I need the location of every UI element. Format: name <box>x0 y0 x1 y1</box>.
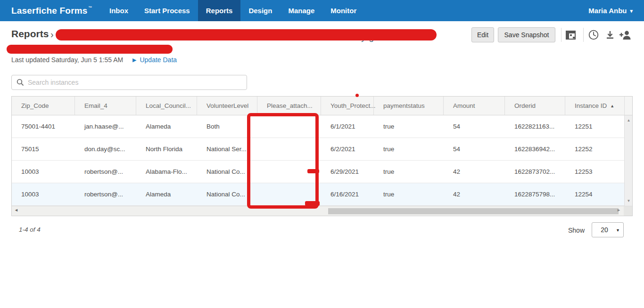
cell-youth-protect: 6/29/2021 <box>321 161 374 183</box>
column-header-volunteer-level[interactable]: VolunteerLevel <box>197 97 257 115</box>
horizontal-scrollbar-thumb[interactable] <box>328 208 619 214</box>
chevron-down-icon: ▾ <box>630 8 633 14</box>
scrollbar-corner <box>624 206 632 216</box>
cell-instance-id: 12253 <box>565 161 625 183</box>
search-input[interactable] <box>28 79 247 86</box>
table-row-highlighted[interactable]: 10003 robertson@... Alameda National Co.… <box>12 183 632 206</box>
scroll-down-icon[interactable]: ▼ <box>625 199 633 203</box>
brand-text: Laserfiche Forms <box>11 6 88 16</box>
cell-zip-code: 75001-4401 <box>12 115 75 138</box>
cell-email: don.day@sc... <box>75 138 136 160</box>
cell-amount: 54 <box>444 138 505 160</box>
cell-paymentstatus: true <box>374 115 444 138</box>
cell-local-council: Alameda <box>136 115 197 138</box>
cell-instance-id: 12251 <box>565 115 625 138</box>
cell-local-council: Alameda <box>136 183 197 205</box>
column-header-instance-id[interactable]: Instance ID ▲ <box>565 97 625 115</box>
cell-paymentstatus: true <box>374 138 444 160</box>
cell-please-attach <box>257 183 321 205</box>
top-navbar: Laserfiche Forms™ Inbox Start Process Re… <box>0 0 644 21</box>
column-header-youth-protect[interactable]: Youth_Protect... <box>321 97 374 115</box>
cell-paymentstatus: true <box>374 183 444 205</box>
column-header-amount[interactable]: Amount <box>444 97 505 115</box>
cell-instance-id: 12254 <box>565 183 625 205</box>
user-account-menu[interactable]: Maria Anbu ▾ <box>588 0 633 21</box>
edit-button[interactable]: Edit <box>471 27 494 42</box>
cell-email: robertson@... <box>75 183 136 205</box>
breadcrumb-chevron-icon: › <box>50 29 54 40</box>
magnifier-icon <box>17 79 24 86</box>
search-box <box>11 75 247 90</box>
cell-volunteer-level: National Ser... <box>197 138 257 160</box>
add-user-icon[interactable] <box>619 29 632 41</box>
cell-orderid: 1622875798... <box>505 183 565 205</box>
cell-email: jan.haase@... <box>75 115 136 138</box>
column-header-orderid[interactable]: Orderid <box>505 97 565 115</box>
result-range-text: 1-4 of 4 <box>19 226 41 233</box>
trademark-symbol: ™ <box>89 6 92 10</box>
cell-paymentstatus: true <box>374 161 444 183</box>
table-row[interactable]: 10003 robertson@... Alabama-Flo... Natio… <box>12 161 632 183</box>
cell-please-attach <box>257 115 321 138</box>
last-updated-text: Last updated Saturday, Jun 5 1:55 AM <box>11 56 123 64</box>
cell-local-council: Alabama-Flo... <box>136 161 197 183</box>
cell-youth-protect: 6/1/2021 <box>321 115 374 138</box>
nav-tab-monitor[interactable]: Monitor <box>322 0 364 21</box>
table-row[interactable]: 75015 don.day@sc... North Florida Nation… <box>12 138 632 161</box>
nav-tab-inbox[interactable]: Inbox <box>101 0 136 21</box>
cell-please-attach <box>257 138 321 160</box>
scroll-up-icon[interactable]: ▲ <box>625 118 633 122</box>
nav-tab-manage[interactable]: Manage <box>280 0 322 21</box>
table-body: 75001-4401 jan.haase@... Alameda Both 6/… <box>12 115 632 206</box>
nav-tab-design[interactable]: Design <box>240 0 280 21</box>
cell-local-council: North Florida <box>136 138 197 160</box>
cell-zip-code: 10003 <box>12 183 75 205</box>
cell-volunteer-level: National Co... <box>197 161 257 183</box>
header-spacer <box>625 97 632 115</box>
table-header-row: Zip_Code Email_4 Local_Council... Volunt… <box>12 97 632 115</box>
page-title: Reports <box>11 28 49 40</box>
cell-youth-protect: 6/16/2021 <box>321 183 374 205</box>
cell-zip-code: 10003 <box>12 161 75 183</box>
horizontal-scrollbar[interactable]: ◄ ► <box>12 206 632 216</box>
sort-ascending-icon: ▲ <box>610 104 614 108</box>
vertical-scrollbar[interactable]: ▲ ▼ <box>624 115 632 206</box>
scroll-right-icon[interactable]: ► <box>617 208 621 212</box>
column-header-please-attach[interactable]: Please_attach... <box>257 97 321 115</box>
column-header-email-4[interactable]: Email_4 <box>75 97 136 115</box>
page-size-select[interactable]: 20 ▾ <box>592 222 624 237</box>
column-header-paymentstatus[interactable]: paymentstatus <box>374 97 444 115</box>
history-clock-icon[interactable] <box>588 29 599 41</box>
pivot-table-icon[interactable] <box>565 29 576 41</box>
scroll-left-icon[interactable]: ◄ <box>14 208 18 212</box>
cell-zip-code: 75015 <box>12 138 75 160</box>
column-header-zip-code[interactable]: Zip_Code <box>12 97 75 115</box>
cell-instance-id: 12252 <box>565 138 625 160</box>
cell-amount: 54 <box>444 115 505 138</box>
column-header-local-council[interactable]: Local_Council... <box>136 97 197 115</box>
divider <box>561 28 561 42</box>
table-row[interactable]: 75001-4401 jan.haase@... Alameda Both 6/… <box>12 115 632 138</box>
cell-orderid: 1622821163... <box>505 115 565 138</box>
cell-orderid: 1622836942... <box>505 138 565 160</box>
nav-tab-start-process[interactable]: Start Process <box>136 0 198 21</box>
cell-amount: 42 <box>444 183 505 205</box>
show-label: Show <box>568 227 585 234</box>
play-icon: ▶ <box>132 57 136 63</box>
nav-tab-reports[interactable]: Reports <box>198 0 241 21</box>
divider <box>583 28 584 42</box>
cell-volunteer-level: National Co... <box>197 183 257 205</box>
update-data-link[interactable]: ▶ Update Data <box>132 56 177 64</box>
cell-please-attach <box>257 161 321 183</box>
instances-table: Zip_Code Email_4 Local_Council... Volunt… <box>11 96 633 216</box>
user-name: Maria Anbu <box>588 7 627 15</box>
redaction-bar-subtitle <box>7 45 173 54</box>
cell-email: robertson@... <box>75 161 136 183</box>
main-nav: Inbox Start Process Reports Design Manag… <box>101 0 364 21</box>
cell-volunteer-level: Both <box>197 115 257 138</box>
app-logo: Laserfiche Forms™ <box>11 0 92 21</box>
cell-orderid: 1622873702... <box>505 161 565 183</box>
partially-redacted-text: yg <box>361 40 389 44</box>
download-icon[interactable] <box>604 29 616 41</box>
save-snapshot-button[interactable]: Save Snapshot <box>498 27 555 42</box>
